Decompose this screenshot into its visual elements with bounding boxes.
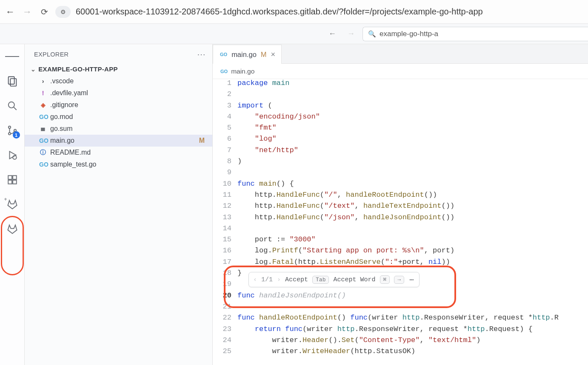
modified-indicator: M [261,51,267,59]
activity-bar: 1 + [0,44,25,365]
folder-root[interactable]: ⌄ EXAMPLE-GO-HTTP-APP [25,63,212,75]
back-icon[interactable]: ← [4,6,16,17]
accept-key: Tab [312,276,329,284]
accept-word-key1: ⌘ [380,275,390,284]
code-content[interactable]: "net/http" [237,146,298,154]
line-number: 23 [213,325,237,333]
tab-main-go[interactable]: GO main.go M × [213,45,282,64]
sidebar-title: EXPLORER [34,51,69,58]
file-label: go.mod [50,113,73,121]
code-content[interactable]: } [237,269,242,277]
file-row[interactable]: ≣go.sum [25,123,212,135]
file-icon: ≣ [39,125,47,132]
code-content[interactable]: http.HandleFunc("/json", handleJsonEndpo… [237,213,454,221]
line-number: 19 [213,280,237,288]
explorer-sidebar: EXPLORER ⋯ ⌄ EXAMPLE-GO-HTTP-APP ›.vscod… [25,44,213,365]
code-content[interactable]: ) [237,157,242,165]
line-number: 5 [213,124,237,132]
code-content[interactable]: func main() { [237,180,294,188]
line-number: 2 [213,90,237,98]
file-row[interactable]: ◈.gitignore [25,99,212,111]
explorer-icon[interactable] [5,74,20,88]
line-number: 24 [213,336,237,344]
code-content[interactable]: "log" [237,135,277,143]
tab-label: main.go [231,51,257,59]
code-content[interactable]: log.Printf("Starting app on port: %s\n",… [237,246,454,255]
svg-rect-10 [8,180,12,184]
forward-icon: → [21,6,33,17]
file-label: sample_test.go [50,161,97,168]
prev-suggestion-icon[interactable]: ‹ [253,276,257,283]
file-label: .vscode [50,77,74,85]
line-number: 12 [213,202,237,210]
line-number: 9 [213,168,237,176]
code-content[interactable]: package main [237,79,289,87]
code-content[interactable]: http.HandleFunc("/", handleRootEndpoint(… [237,191,437,199]
close-icon[interactable]: × [271,50,276,59]
code-content[interactable]: log.Fatal(http.ListenAndServe(":"+port, … [237,258,450,266]
extensions-icon[interactable] [5,173,20,187]
line-number: 4 [213,113,237,121]
search-sidebar-icon[interactable] [5,99,20,113]
code-content[interactable]: import ( [237,102,272,110]
svg-point-4 [8,126,10,128]
svg-rect-12 [13,175,17,179]
svg-rect-0 [8,77,14,85]
code-content[interactable]: http.HandleFunc("/text", handleTextEndpo… [237,202,454,210]
run-debug-icon[interactable] [5,148,20,162]
more-icon[interactable]: ⋯ [409,275,415,284]
line-number: 20 [213,291,237,300]
browser-toolbar: ← → ⟳ ⚙ 60001-workspace-1103912-20874665… [0,0,588,24]
svg-rect-1 [10,79,16,86]
history-back-icon[interactable]: ← [325,28,340,40]
line-number: 14 [213,224,237,232]
code-content[interactable]: "fmt" [237,124,277,132]
menu-icon[interactable] [5,49,20,64]
line-number: 8 [213,157,237,165]
sidebar-more-icon[interactable]: ⋯ [197,49,206,59]
svg-line-3 [14,107,17,110]
suggestion-count: 1/1 [261,276,273,283]
inline-suggestion-toolbar[interactable]: ‹ 1/1 › Accept Tab Accept Word ⌘ → ⋯ [248,272,420,287]
accept-button[interactable]: Accept [285,276,308,283]
file-row[interactable]: GOgo.mod [25,111,212,123]
status-badge: M [199,137,207,144]
file-row[interactable]: ⓘREADME.md [25,147,212,158]
code-content[interactable]: writer.Header().Set("Content-Type", "tex… [237,336,480,344]
file-row[interactable]: GOmain.goM [25,135,212,147]
code-editor[interactable]: ‹ 1/1 › Accept Tab Accept Word ⌘ → ⋯ 1pa… [213,79,588,365]
code-content[interactable]: func handleRootEndpoint() func(writer ht… [237,314,559,322]
code-content[interactable]: func handleJsonEndpoint() [237,291,346,300]
file-icon: › [39,78,47,85]
site-info-icon[interactable]: ⚙ [55,6,71,18]
line-number: 18 [213,269,237,277]
annotation-highlight [1,216,24,275]
file-row[interactable]: GOsample_test.go [25,158,212,170]
file-icon: ! [39,90,47,96]
file-icon: GO [39,113,47,120]
accept-word-key2: → [394,276,404,284]
source-control-icon[interactable]: 1 [5,123,20,138]
code-content[interactable]: writer.WriteHeader(http.StatusOK) [237,347,415,355]
svg-rect-11 [13,180,17,184]
search-icon: 🔍 [368,30,376,38]
line-number: 13 [213,213,237,221]
file-icon: ◈ [39,102,47,108]
command-center-search[interactable]: 🔍 example-go-http-a [363,27,588,41]
accept-word-button[interactable]: Accept Word [333,276,375,283]
gitlab-duo-icon[interactable]: + [5,197,20,212]
editor-tabs: GO main.go M × [213,44,588,64]
line-number: 25 [213,347,237,355]
next-suggestion-icon[interactable]: › [277,276,281,283]
line-number: 6 [213,135,237,143]
breadcrumb[interactable]: GO main.go [213,64,588,79]
reload-icon[interactable]: ⟳ [38,7,50,17]
code-content[interactable]: "encoding/json" [237,113,320,121]
file-row[interactable]: !.devfile.yaml [25,87,212,99]
line-number: 16 [213,246,237,255]
code-content[interactable]: port := "3000" [237,235,316,243]
file-row[interactable]: ›.vscode [25,75,212,87]
url-text[interactable]: 60001-workspace-1103912-20874665-1dghcd.… [76,7,584,17]
code-content[interactable]: return func(writer http.ResponseWriter, … [237,325,533,333]
line-number: 11 [213,191,237,199]
